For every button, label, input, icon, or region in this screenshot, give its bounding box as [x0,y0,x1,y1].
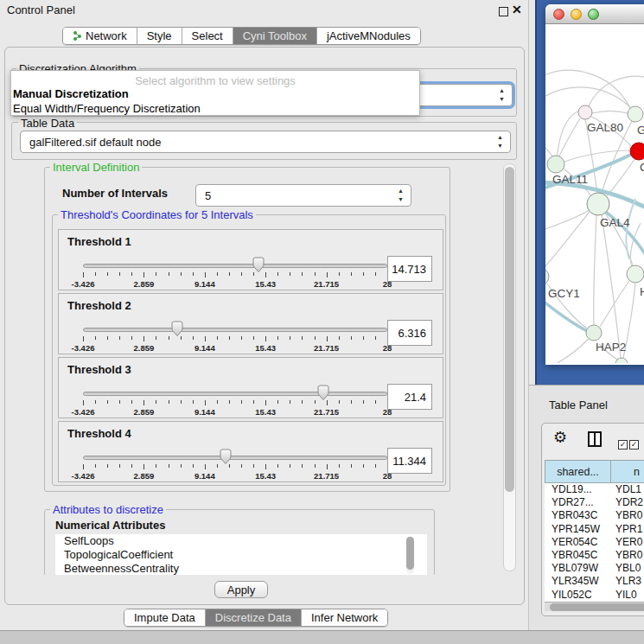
float-window-icon[interactable] [499,7,508,16]
slider-thumb[interactable] [316,385,330,401]
network-node-gal4[interactable] [587,193,609,215]
split-columns-icon[interactable] [588,431,602,447]
table-row[interactable]: YBR043CYBR0 [545,509,644,522]
threshold-value-field[interactable]: 6.316 [387,320,432,346]
network-canvas[interactable]: GAL80GACGAL11GAL4GCY1HHAP2 [545,24,644,363]
network-edge[interactable] [545,297,590,333]
table-horizontal-scrollbar[interactable] [545,602,644,611]
table-row[interactable]: YDR27...YDR2 [545,496,644,509]
scrollbar-thumb[interactable] [505,167,514,492]
scrollbar-thumb[interactable] [550,603,644,611]
network-edge[interactable] [545,70,630,108]
tick-mark [351,336,352,340]
threshold-slider[interactable]: -3.4262.8599.14415.4321.71528 [83,258,387,290]
bottom-tabstrip: Impute DataDiscretize DataInfer Network [124,609,388,627]
attribute-list-item[interactable]: BetweennessCentrality [55,562,427,575]
num-intervals-select[interactable]: 5 ▲▼ [195,184,411,207]
table-row[interactable]: YDL19...YDL1 [545,483,644,496]
network-node-hap2[interactable] [586,325,602,341]
apply-button[interactable]: Apply [214,581,268,598]
algorithm-option[interactable]: Manual Discretization [13,87,129,100]
tab-select[interactable]: Select [182,28,233,44]
slider-track[interactable] [83,264,387,268]
tick-mark [193,336,194,340]
zoom-window-icon[interactable] [588,9,599,20]
tab-cyni-toolbox[interactable]: Cyni Toolbox [233,28,317,44]
attribute-list-item[interactable]: SelfLoops [55,534,427,548]
network-edge[interactable] [594,215,596,325]
tick-mark [241,336,242,340]
network-node-gcy1[interactable] [545,268,549,285]
table-data-group-label: Table Data [18,117,77,130]
tab-style[interactable]: Style [137,28,182,44]
network-edge[interactable] [545,142,553,157]
tab-infer-network[interactable]: Infer Network [302,609,387,626]
slider-track[interactable] [83,456,387,460]
network-edge[interactable] [602,215,621,358]
gear-icon[interactable]: ⚙ [553,428,567,447]
threshold-value-field[interactable]: 14.713 [387,256,432,282]
checkbox-icon[interactable]: ✓ [618,440,628,450]
scrollbar-thumb[interactable] [406,537,414,570]
network-node-ga[interactable] [628,106,643,122]
table-row[interactable]: YBR045CYBR0 [545,549,644,562]
table-cell: YIL052C [545,589,611,602]
table-row[interactable]: YER054CYER0 [545,536,644,549]
column-header[interactable]: n [611,460,644,483]
panel-vertical-scrollbar[interactable] [503,163,516,571]
tick-mark [229,400,230,404]
attribute-list-item[interactable]: TopologicalCoefficient [55,548,427,562]
tab-discretize-data[interactable]: Discretize Data [206,609,302,626]
close-icon[interactable]: ✕ [512,3,522,16]
settings-viewport: Interval Definition Number of Intervals … [10,162,501,575]
network-edge[interactable] [600,281,629,327]
slider-track[interactable] [83,328,387,332]
attributes-scrollbar[interactable] [406,536,414,574]
checkbox-icon[interactable]: ✓ [629,440,639,450]
tick-label: 9.144 [194,407,215,417]
table-row[interactable]: YBL079WYBL0 [545,562,644,575]
threshold-value-field[interactable]: 11.344 [387,448,432,474]
table-row[interactable]: YLR345WYLR3 [545,575,644,588]
tick-mark [351,400,352,404]
network-node[interactable] [615,358,628,363]
column-header[interactable]: shared... [545,460,611,483]
tab-jactivemnodules[interactable]: jActiveMNodules [317,28,420,44]
threshold-slider[interactable]: -3.4262.8599.14415.4321.71528 [83,322,387,354]
tick-label: 2.859 [134,407,155,417]
tab-network[interactable]: Network [63,28,137,44]
tick-label: 15.43 [255,343,276,353]
network-node-gal80[interactable] [578,105,592,119]
minimize-window-icon[interactable] [571,9,582,20]
slider-thumb[interactable] [252,257,265,273]
network-edge[interactable] [592,111,628,113]
network-node-gal11[interactable] [547,156,564,173]
network-edge[interactable] [559,118,580,156]
numerical-attributes-list[interactable]: SelfLoopsTopologicalCoefficientBetweenne… [55,534,427,575]
node-label: GAL11 [552,173,588,186]
network-node-c[interactable] [630,143,644,160]
threshold-value-field[interactable]: 21.4 [387,384,432,410]
slider-thumb[interactable] [219,449,233,465]
node-table: shared... n YDL19...YDL1YDR27...YDR2YBR0… [545,460,644,602]
algorithm-option[interactable]: Equal Width/Frequency Discretization [13,102,201,115]
slider-thumb[interactable] [170,321,184,337]
table-row[interactable]: YIL052CYIL0 [545,589,644,602]
tick-mark [107,272,108,276]
network-edge[interactable] [589,76,644,106]
tick-mark [143,272,144,277]
table-data-select[interactable]: galFiltered.sif default node ▲▼ [20,131,511,153]
network-edge[interactable] [545,339,589,363]
tick-mark [339,400,340,404]
table-row[interactable]: YPR145WYPR1 [545,523,644,536]
tab-impute-data[interactable]: Impute Data [124,609,206,626]
algorithm-dropdown-popup: Select algorithm to view settings Manual… [10,70,420,116]
network-window-titlebar[interactable] [545,4,644,24]
slider-track[interactable] [83,392,387,396]
threshold-slider[interactable]: -3.4262.8599.14415.4321.71528 [83,450,387,482]
tick-mark [290,272,290,276]
threshold-slider[interactable]: -3.4262.8599.14415.4321.71528 [83,386,387,418]
network-node-h[interactable] [627,265,644,283]
tick-label: 2.859 [134,279,155,289]
close-window-icon[interactable] [553,9,564,20]
